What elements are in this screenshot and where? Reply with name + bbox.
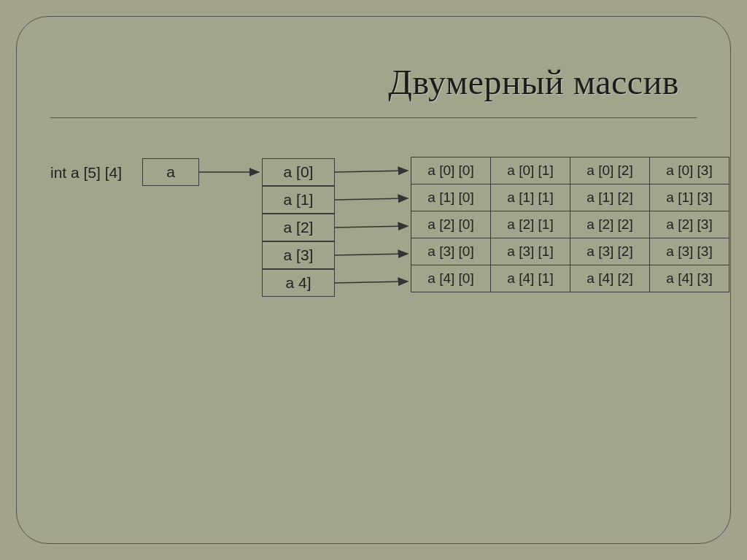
grid-cell: a [2] [3] [649, 211, 729, 238]
grid-cell: a [0] [2] [570, 157, 650, 184]
array-grid: a [0] [0] a [0] [1] a [0] [2] a [0] [3] … [411, 157, 729, 292]
array-declaration: int a [5] [4] [50, 164, 122, 182]
pointer-a-box: a [142, 158, 199, 186]
row-pointer-4: a 4] [262, 269, 335, 297]
slide-title: Двумерный массив [388, 62, 679, 102]
grid-cell: a [0] [0] [411, 157, 491, 184]
slide-frame: Двумерный массив int a [5] [4] a a [0] a… [16, 16, 731, 544]
grid-cell: a [2] [1] [490, 211, 570, 238]
grid-cell: a [3] [0] [411, 238, 491, 265]
grid-row: a [3] [0] a [3] [1] a [3] [2] a [3] [3] [411, 238, 729, 265]
grid-cell: a [4] [0] [411, 265, 491, 292]
grid-cell: a [1] [1] [490, 184, 570, 211]
grid-cell: a [4] [3] [649, 265, 729, 292]
grid-row: a [1] [0] a [1] [1] a [1] [2] a [1] [3] [411, 184, 729, 211]
svg-line-3 [335, 226, 408, 228]
slide: Двумерный массив int a [5] [4] a a [0] a… [0, 0, 747, 560]
grid-cell: a [1] [3] [649, 184, 729, 211]
grid-cell: a [0] [3] [649, 157, 729, 184]
svg-line-2 [335, 198, 408, 200]
svg-line-5 [335, 281, 408, 283]
row-pointer-0: a [0] [262, 158, 335, 186]
title-rule [50, 117, 697, 118]
grid-cell: a [3] [3] [649, 238, 729, 265]
grid-cell: a [4] [2] [570, 265, 650, 292]
grid-cell: a [3] [1] [490, 238, 570, 265]
grid-cell: a [2] [0] [411, 211, 491, 238]
svg-line-1 [335, 171, 408, 172]
row-pointer-3: a [3] [262, 241, 335, 269]
grid-cell: a [1] [0] [411, 184, 491, 211]
svg-line-4 [335, 254, 408, 255]
grid-cell: a [4] [1] [490, 265, 570, 292]
row-pointer-1: a [1] [262, 186, 335, 214]
grid-cell: a [0] [1] [490, 157, 570, 184]
grid-cell: a [2] [2] [570, 211, 650, 238]
row-pointer-2: a [2] [262, 214, 335, 241]
grid-cell: a [1] [2] [570, 184, 650, 211]
grid-cell: a [3] [2] [570, 238, 650, 265]
grid-row: a [0] [0] a [0] [1] a [0] [2] a [0] [3] [411, 157, 729, 184]
grid-row: a [2] [0] a [2] [1] a [2] [2] a [2] [3] [411, 211, 729, 238]
grid-row: a [4] [0] a [4] [1] a [4] [2] a [4] [3] [411, 265, 729, 292]
